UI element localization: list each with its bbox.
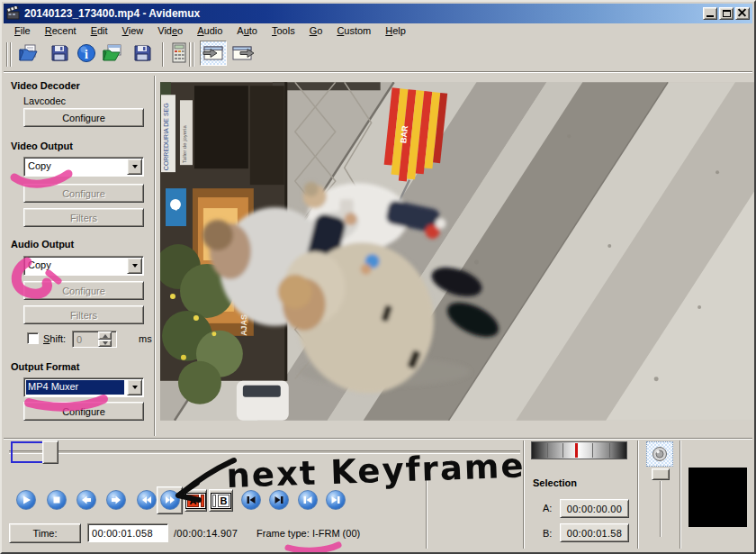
- time-mode-button[interactable]: Time:: [9, 523, 81, 543]
- marker-a-icon: A: [185, 493, 207, 509]
- minimize-button[interactable]: [703, 7, 717, 20]
- previous-keyframe-button[interactable]: [137, 490, 157, 510]
- time-current-input[interactable]: [87, 523, 168, 542]
- toolbar-handle[interactable]: [6, 42, 8, 67]
- video-output-filters-button[interactable]: Filters: [23, 208, 144, 227]
- first-frame-button[interactable]: [298, 490, 318, 510]
- seek-slider-thumb[interactable]: [42, 440, 58, 464]
- menu-item-auto[interactable]: Auto: [230, 24, 265, 38]
- chevron-down-icon[interactable]: [127, 379, 142, 395]
- video-output-value: Copy: [24, 158, 126, 176]
- minimize-icon: [706, 15, 714, 17]
- window-title: 20140123_173400.mp4 - Avidemux: [24, 7, 701, 20]
- set-marker-b-icon: [232, 43, 256, 63]
- chevron-down-icon[interactable]: [127, 159, 142, 175]
- save-project-button[interactable]: [130, 41, 155, 66]
- shift-checkbox[interactable]: [27, 332, 39, 344]
- jog-wheel[interactable]: [531, 441, 627, 459]
- panel-separator: [426, 466, 428, 549]
- spinner-down-icon[interactable]: [98, 340, 112, 347]
- audio-output-filters-button[interactable]: Filters: [23, 305, 144, 324]
- svg-text:i: i: [85, 48, 88, 61]
- double-right-icon: [165, 495, 176, 505]
- menu-item-help[interactable]: Help: [378, 24, 413, 38]
- close-button[interactable]: [735, 7, 750, 20]
- chevron-down-icon[interactable]: [127, 258, 142, 274]
- menu-item-recent[interactable]: Recent: [38, 24, 84, 38]
- video-decoder-configure-button[interactable]: Configure: [23, 108, 144, 127]
- seek-slider-track[interactable]: [9, 450, 520, 454]
- sidebar-divider: [154, 76, 156, 436]
- volume-slider-track[interactable]: [660, 481, 662, 537]
- skip-to-start-icon: [302, 495, 313, 505]
- audio-output-configure-button[interactable]: Configure: [23, 281, 144, 300]
- set-marker-b-button[interactable]: B: [209, 489, 233, 512]
- output-format-configure-button[interactable]: Configure: [23, 402, 144, 421]
- title-bar[interactable]: 20140123_173400.mp4 - Avidemux: [4, 4, 752, 23]
- shift-value-input[interactable]: [73, 331, 98, 347]
- open-project-icon: [102, 43, 123, 63]
- menu-bar: FileRecentEditViewVideoAudioAutoToolsGoC…: [4, 23, 752, 39]
- selection-a-value: 00:00:00.00: [560, 499, 629, 518]
- video-output-configure-button[interactable]: Configure: [23, 184, 144, 203]
- stop-button[interactable]: [47, 490, 67, 510]
- speaker-icon: [652, 446, 668, 462]
- menu-item-edit[interactable]: Edit: [84, 24, 115, 38]
- avidemux-window: 20140123_173400.mp4 - Avidemux FileRecen…: [0, 0, 756, 554]
- toolbar-handle[interactable]: [193, 42, 194, 67]
- selection-b-label: B:: [543, 528, 552, 539]
- video-output-combo[interactable]: Copy: [23, 157, 144, 177]
- goto-marker-a-button[interactable]: [241, 490, 261, 510]
- previous-frame-button[interactable]: [76, 490, 96, 510]
- time-total-label: /00:00:14.907: [174, 528, 238, 539]
- audio-output-value: Copy: [24, 257, 126, 275]
- output-format-value: MP4 Muxer: [26, 380, 124, 395]
- menu-item-audio[interactable]: Audio: [190, 24, 230, 38]
- toolbar-handle[interactable]: [189, 42, 191, 67]
- toolbar-handle[interactable]: [10, 42, 12, 67]
- volume-slider-thumb[interactable]: [652, 468, 670, 480]
- save-button[interactable]: [47, 41, 72, 66]
- next-keyframe-button[interactable]: [160, 490, 180, 510]
- shift-unit-label: ms: [139, 333, 152, 344]
- flag-text: BAR: [399, 124, 410, 143]
- last-frame-button[interactable]: [326, 490, 346, 510]
- mute-button[interactable]: [646, 441, 673, 467]
- play-icon: [21, 495, 32, 505]
- output-format-combo[interactable]: MP4 Muxer: [23, 377, 144, 397]
- arrow-right-icon: [111, 495, 122, 505]
- save-project-icon: [132, 43, 152, 63]
- selection-b-value: 00:00:01.58: [560, 523, 629, 542]
- menu-item-custom[interactable]: Custom: [329, 24, 378, 38]
- menu-item-video[interactable]: Video: [150, 24, 190, 38]
- audio-output-combo[interactable]: Copy: [23, 256, 144, 276]
- menu-item-file[interactable]: File: [7, 24, 38, 38]
- frame-type-label: Frame type:: [256, 528, 310, 539]
- panel-separator: [680, 440, 681, 549]
- set-marker-a-button[interactable]: A: [184, 489, 207, 512]
- menu-item-go[interactable]: Go: [302, 24, 330, 38]
- pink-highlight-ifrm: [288, 545, 338, 550]
- shift-spinner[interactable]: [72, 331, 117, 348]
- open-project-button[interactable]: [100, 41, 125, 66]
- set-marker-a-toolbar-button[interactable]: [200, 41, 227, 66]
- selection-heading: Selection: [533, 477, 577, 488]
- video-decoder-value: Lavcodec: [23, 95, 66, 106]
- skip-to-end-icon: [330, 495, 341, 505]
- menu-item-view[interactable]: View: [115, 24, 151, 38]
- skip-to-start-black-icon: [246, 495, 256, 505]
- sidebar: Video Decoder Lavcodec Configure Video O…: [4, 74, 153, 436]
- goto-marker-b-button[interactable]: [269, 490, 289, 510]
- marker-b-icon: B: [211, 493, 232, 509]
- video-preview: CORREDURIA DE SEG Taller de joyeria AJAS: [160, 82, 756, 421]
- set-marker-b-toolbar-button[interactable]: [230, 41, 257, 66]
- menu-item-tools[interactable]: Tools: [265, 24, 302, 38]
- information-button[interactable]: i: [74, 41, 99, 66]
- spinner-up-icon[interactable]: [98, 331, 112, 340]
- open-file-button[interactable]: [16, 41, 41, 66]
- maximize-button[interactable]: [719, 7, 734, 20]
- calculator-button[interactable]: [166, 41, 192, 66]
- toolbar: i: [4, 39, 752, 70]
- next-frame-button[interactable]: [106, 490, 126, 510]
- play-button[interactable]: [16, 490, 36, 510]
